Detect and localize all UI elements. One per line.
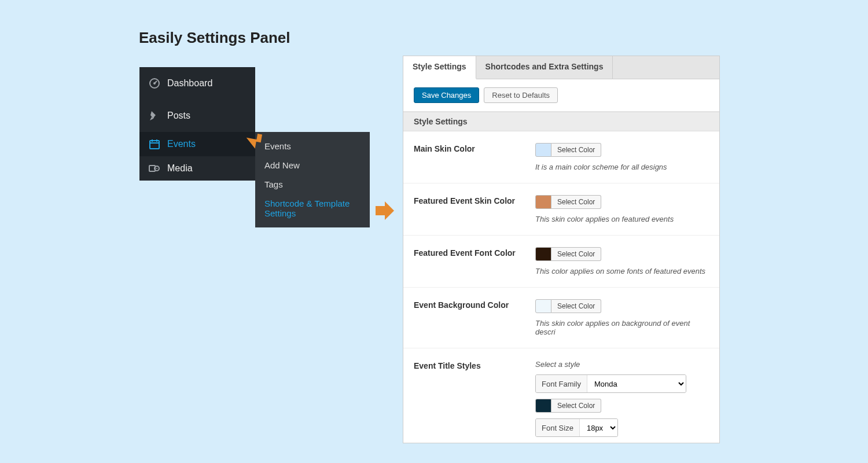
row-label: Featured Event Font Color (414, 247, 535, 258)
arrow-icon (373, 199, 396, 225)
select-color-button[interactable]: Select Color (551, 299, 601, 313)
row-description: It is a main color scheme for all design… (535, 163, 709, 171)
svg-marker-10 (376, 201, 394, 220)
sidebar-item-label: Media (167, 163, 193, 174)
row-label: Event Background Color (414, 299, 535, 310)
sidebar-item-media[interactable]: Media (139, 156, 255, 181)
row-featured-skin-color: Featured Event Skin Color Select Color T… (403, 183, 719, 236)
row-description: This skin color applies on background of… (535, 319, 709, 336)
select-color-button[interactable]: Select Color (551, 247, 601, 261)
font-family-select[interactable]: Monda (587, 375, 686, 392)
reset-button[interactable]: Reset to Defaults (484, 87, 558, 103)
row-event-title-styles: Event Title Styles Select a style Font F… (403, 348, 719, 443)
pin-icon (149, 110, 160, 122)
row-hint: Select a style (535, 360, 709, 369)
section-header: Style Settings (403, 112, 719, 131)
font-size-select[interactable]: 18px (580, 419, 617, 436)
field-label: Font Family (536, 375, 587, 392)
save-button[interactable]: Save Changes (414, 87, 479, 103)
row-main-skin-color: Main Skin Color Select Color It is a mai… (403, 131, 719, 183)
color-swatch[interactable] (535, 143, 551, 157)
svg-rect-2 (150, 141, 159, 149)
events-submenu: Events Add New Tags Shortcode & Template… (255, 132, 370, 227)
svg-point-1 (153, 82, 156, 84)
tab-style-settings[interactable]: Style Settings (403, 56, 476, 79)
calendar-icon (149, 138, 160, 150)
settings-panel: Style Settings Shortcodes and Extra Sett… (403, 56, 720, 443)
color-swatch[interactable] (535, 247, 551, 261)
color-swatch[interactable] (535, 399, 551, 413)
arrow-icon (244, 131, 263, 153)
sidebar-item-posts[interactable]: Posts (139, 100, 255, 132)
submenu-item-shortcode-settings[interactable]: Shortcode & Template Settings (255, 194, 370, 223)
sidebar-item-label: Events (167, 139, 196, 149)
tab-shortcodes-extra[interactable]: Shortcodes and Extra Settings (476, 56, 613, 79)
sidebar-item-dashboard[interactable]: Dashboard (139, 67, 255, 100)
submenu-item-tags[interactable]: Tags (255, 175, 370, 194)
dashboard-icon (149, 78, 160, 89)
sidebar-item-label: Dashboard (167, 78, 212, 89)
font-size-field: Font Size 18px (535, 418, 618, 437)
row-description: This color applies on some fonts of feat… (535, 267, 709, 275)
row-label: Main Skin Color (414, 143, 535, 153)
media-icon (149, 163, 160, 174)
tab-bar: Style Settings Shortcodes and Extra Sett… (403, 56, 719, 79)
sidebar-item-events[interactable]: Events (139, 132, 255, 156)
row-label: Featured Event Skin Color (414, 195, 535, 205)
action-buttons: Save Changes Reset to Defaults (403, 79, 719, 112)
color-swatch[interactable] (535, 299, 551, 313)
row-label: Event Title Styles (414, 360, 535, 370)
field-label: Font Size (536, 419, 580, 436)
row-event-bg-color: Event Background Color Select Color This… (403, 288, 719, 348)
row-featured-font-color: Featured Event Font Color Select Color T… (403, 236, 719, 288)
submenu-item-events[interactable]: Events (255, 137, 370, 156)
color-swatch[interactable] (535, 195, 551, 209)
sidebar-item-label: Posts (167, 111, 190, 121)
wp-admin-sidebar: Dashboard Posts Events Media (139, 67, 255, 181)
select-color-button[interactable]: Select Color (551, 195, 601, 209)
font-weight-field: Font Weight bold (535, 443, 615, 443)
select-color-button[interactable]: Select Color (551, 143, 601, 157)
font-family-field: Font Family Monda (535, 374, 686, 393)
svg-marker-9 (245, 132, 262, 149)
row-description: This skin color applies on featured even… (535, 215, 709, 223)
select-color-button[interactable]: Select Color (551, 399, 601, 413)
submenu-item-add-new[interactable]: Add New (255, 156, 370, 175)
page-title: Easily Settings Panel (139, 29, 290, 47)
svg-point-8 (156, 168, 157, 169)
